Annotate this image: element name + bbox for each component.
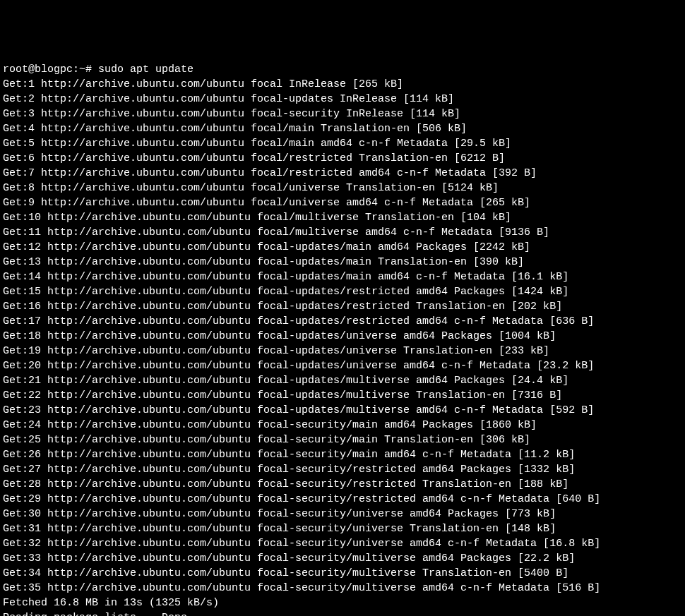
apt-get-line: Get:23 http://archive.ubuntu.com/ubuntu … (3, 403, 682, 418)
apt-get-line: Get:22 http://archive.ubuntu.com/ubuntu … (3, 388, 682, 403)
terminal-output[interactable]: root@blogpc:~# sudo apt updateGet:1 http… (3, 62, 682, 616)
apt-get-line: Get:9 http://archive.ubuntu.com/ubuntu f… (3, 195, 682, 210)
apt-get-line: Get:6 http://archive.ubuntu.com/ubuntu f… (3, 151, 682, 166)
reading-line: Reading package lists... Done (3, 610, 682, 616)
apt-get-line: Get:15 http://archive.ubuntu.com/ubuntu … (3, 284, 682, 299)
apt-get-line: Get:5 http://archive.ubuntu.com/ubuntu f… (3, 136, 682, 151)
apt-get-line: Get:27 http://archive.ubuntu.com/ubuntu … (3, 462, 682, 477)
apt-get-line: Get:11 http://archive.ubuntu.com/ubuntu … (3, 225, 682, 240)
apt-get-line: Get:32 http://archive.ubuntu.com/ubuntu … (3, 536, 682, 551)
apt-get-line: Get:20 http://archive.ubuntu.com/ubuntu … (3, 358, 682, 373)
apt-get-line: Get:13 http://archive.ubuntu.com/ubuntu … (3, 255, 682, 270)
apt-get-line: Get:31 http://archive.ubuntu.com/ubuntu … (3, 521, 682, 536)
shell-prompt[interactable]: root@blogpc:~# (3, 64, 98, 76)
apt-get-line: Get:33 http://archive.ubuntu.com/ubuntu … (3, 551, 682, 566)
apt-get-line: Get:1 http://archive.ubuntu.com/ubuntu f… (3, 77, 682, 92)
apt-get-line: Get:10 http://archive.ubuntu.com/ubuntu … (3, 210, 682, 225)
command-input[interactable]: sudo apt update (98, 64, 193, 76)
apt-get-line: Get:8 http://archive.ubuntu.com/ubuntu f… (3, 181, 682, 195)
apt-get-line: Get:3 http://archive.ubuntu.com/ubuntu f… (3, 107, 682, 121)
apt-get-line: Get:34 http://archive.ubuntu.com/ubuntu … (3, 566, 682, 581)
apt-get-line: Get:7 http://archive.ubuntu.com/ubuntu f… (3, 166, 682, 181)
apt-get-line: Get:18 http://archive.ubuntu.com/ubuntu … (3, 329, 682, 344)
apt-get-line: Get:25 http://archive.ubuntu.com/ubuntu … (3, 433, 682, 447)
apt-get-line: Get:29 http://archive.ubuntu.com/ubuntu … (3, 492, 682, 507)
apt-get-line: Get:21 http://archive.ubuntu.com/ubuntu … (3, 373, 682, 388)
apt-get-line: Get:17 http://archive.ubuntu.com/ubuntu … (3, 314, 682, 329)
apt-get-line: Get:28 http://archive.ubuntu.com/ubuntu … (3, 477, 682, 492)
apt-get-line: Get:16 http://archive.ubuntu.com/ubuntu … (3, 299, 682, 314)
apt-get-line: Get:2 http://archive.ubuntu.com/ubuntu f… (3, 92, 682, 107)
apt-get-line: Get:24 http://archive.ubuntu.com/ubuntu … (3, 418, 682, 433)
apt-get-line: Get:35 http://archive.ubuntu.com/ubuntu … (3, 581, 682, 596)
apt-get-line: Get:30 http://archive.ubuntu.com/ubuntu … (3, 507, 682, 521)
fetched-line: Fetched 16.8 MB in 13s (1325 kB/s) (3, 596, 682, 610)
apt-get-line: Get:26 http://archive.ubuntu.com/ubuntu … (3, 447, 682, 462)
apt-get-line: Get:12 http://archive.ubuntu.com/ubuntu … (3, 240, 682, 255)
apt-get-line: Get:19 http://archive.ubuntu.com/ubuntu … (3, 344, 682, 358)
apt-get-line: Get:14 http://archive.ubuntu.com/ubuntu … (3, 270, 682, 284)
apt-get-line: Get:4 http://archive.ubuntu.com/ubuntu f… (3, 121, 682, 136)
